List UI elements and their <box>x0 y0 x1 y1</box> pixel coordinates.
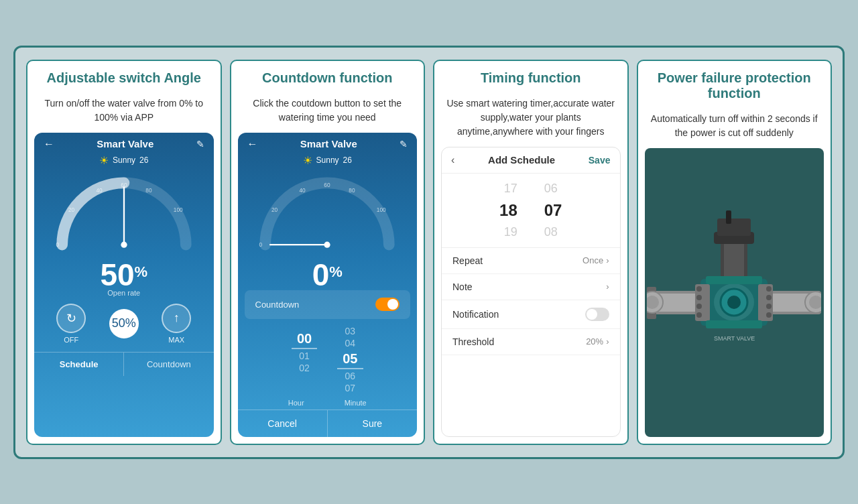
svg-text:20: 20 <box>271 206 278 213</box>
min-unit-label: Minute <box>345 399 367 407</box>
hour-current-val: 18 <box>499 201 517 220</box>
hour-next-val: 19 <box>504 225 517 239</box>
card4-title: Power failure protection function <box>638 61 831 107</box>
note-label: Note <box>452 281 473 292</box>
time-row-current: 18 07 <box>499 198 562 223</box>
svg-text:80: 80 <box>349 186 356 193</box>
repeat-chevron-icon: › <box>606 255 609 265</box>
cancel-button[interactable]: Cancel <box>238 410 327 437</box>
svg-rect-45 <box>706 276 762 284</box>
card-adjustable-switch: Adjustable switch Angle Turn on/off the … <box>26 60 222 445</box>
max-control: ↑ MAX <box>162 304 191 344</box>
card1-title: Adjustable switch Angle <box>27 61 221 91</box>
card-timing: Timing function Use smart watering timer… <box>433 60 629 445</box>
svg-rect-40 <box>726 210 731 224</box>
countdown-toggle-row: Countdown <box>245 290 411 319</box>
percentage-value: 50 <box>100 259 134 290</box>
card2-desc: Click the coutdown button to set the wat… <box>231 91 424 133</box>
off-control: ↻ OFF <box>56 304 86 344</box>
nav-countdown[interactable]: Countdown <box>124 353 213 376</box>
min-prev2: 03 <box>345 326 356 336</box>
min-prev3: 04 <box>345 338 356 349</box>
card2-phone-screen: ← Smart Valve ✎ ☀ Sunny 26 0 20 40 60 80 <box>238 133 418 437</box>
card2-phone-header: ← Smart Valve ✎ <box>238 133 418 154</box>
svg-point-34 <box>766 286 772 292</box>
cancel-sure-row: Cancel Sure <box>238 410 418 437</box>
threshold-row[interactable]: Threshold 20% › <box>442 329 620 355</box>
min-next1: 06 <box>345 371 356 381</box>
time-scroll: 17 06 18 07 19 08 <box>442 174 620 248</box>
repeat-label: Repeat <box>452 255 483 266</box>
temp-label: 26 <box>139 155 148 165</box>
off-button[interactable]: ↻ <box>56 304 86 333</box>
note-row[interactable]: Note › <box>442 274 620 300</box>
schedule-back-button[interactable]: ‹ <box>451 154 454 166</box>
weather2-label: Sunny <box>316 155 339 165</box>
sure-button[interactable]: Sure <box>328 410 417 437</box>
repeat-value-row: Once › <box>583 255 609 265</box>
svg-point-36 <box>766 304 772 309</box>
svg-text:0: 0 <box>259 241 263 247</box>
gauge-svg2: 0 20 40 60 80 100 <box>247 174 408 254</box>
max-button[interactable]: ↑ <box>162 304 191 333</box>
min-next2: 07 <box>345 383 356 393</box>
pct-btn-label: 50% <box>112 316 136 330</box>
pct-control: 50% <box>109 309 139 338</box>
threshold-value: 20% <box>586 336 603 346</box>
notification-toggle[interactable] <box>585 308 609 321</box>
min-next-val: 08 <box>544 225 558 239</box>
weather-label: Sunny <box>113 155 135 165</box>
min-current-val: 07 <box>544 201 562 220</box>
repeat-value: Once <box>583 255 603 265</box>
repeat-row[interactable]: Repeat Once › <box>442 248 620 274</box>
schedule-header: ‹ Add Schedule Save <box>442 147 620 174</box>
svg-rect-46 <box>706 320 762 328</box>
svg-text:40: 40 <box>300 186 306 193</box>
nav-schedule[interactable]: Schedule <box>34 353 123 376</box>
gauge-container2: 0 20 40 60 80 100 <box>238 171 418 257</box>
note-chevron-icon: › <box>606 281 609 292</box>
svg-text:80: 80 <box>145 186 152 193</box>
weather-row2: ☀ Sunny 26 <box>238 154 418 171</box>
schedule-title: Add Schedule <box>488 154 555 166</box>
card2-phone-title: Smart Valve <box>300 138 357 149</box>
gauge-container: 0 20 40 60 80 100 <box>34 171 214 257</box>
svg-text:60: 60 <box>324 182 331 188</box>
main-container: Adjustable switch Angle Turn on/off the … <box>13 46 845 459</box>
valve-illustration: SMART VALVE <box>647 185 821 399</box>
card1-phone-screen: ← Smart Valve ✎ ☀ Sunny 26 0 20 40 6 <box>34 133 214 437</box>
svg-point-15 <box>324 241 330 247</box>
schedule-rows: Repeat Once › Note › Notification <box>442 248 620 436</box>
percentage-row: 50 % <box>34 257 214 290</box>
off-label: OFF <box>64 336 78 344</box>
back-arrow-icon[interactable]: ← <box>44 138 54 150</box>
pct-value2: 0 <box>312 259 330 290</box>
svg-point-37 <box>766 312 772 318</box>
back-arrow2-icon[interactable]: ← <box>247 138 258 150</box>
hour-unit-label: Hour <box>288 399 304 407</box>
card3-title: Timing function <box>434 61 627 91</box>
time-row-next: 19 08 <box>504 223 558 242</box>
sun2-icon: ☀ <box>303 154 312 167</box>
svg-rect-27 <box>724 242 744 279</box>
svg-point-30 <box>696 286 702 292</box>
card1-phone-header: ← Smart Valve ✎ <box>34 133 214 154</box>
sun-icon: ☀ <box>99 154 109 167</box>
percentage-symbol: % <box>135 265 148 279</box>
pct-button[interactable]: 50% <box>109 309 139 338</box>
threshold-label: Threshold <box>452 336 494 347</box>
countdown-toggle[interactable] <box>375 298 400 311</box>
card1-desc: Turn on/off the water valve from 0% to 1… <box>27 91 221 133</box>
schedule-save-button[interactable]: Save <box>589 155 611 166</box>
time-picker: 00 01 02 03 04 05 06 07 <box>238 323 418 396</box>
edit-icon[interactable]: ✎ <box>196 139 204 149</box>
weather-row: ☀ Sunny 26 <box>34 154 214 171</box>
max-label: MAX <box>168 336 184 344</box>
open-rate-label: Open rate <box>34 289 214 297</box>
hour-col: 00 01 02 <box>292 326 317 393</box>
hour-next2: 02 <box>299 363 310 373</box>
hour-next1: 01 <box>299 351 310 361</box>
hour-prev-val: 17 <box>504 182 517 196</box>
edit2-icon[interactable]: ✎ <box>400 139 408 149</box>
notification-row[interactable]: Notification <box>442 300 620 329</box>
